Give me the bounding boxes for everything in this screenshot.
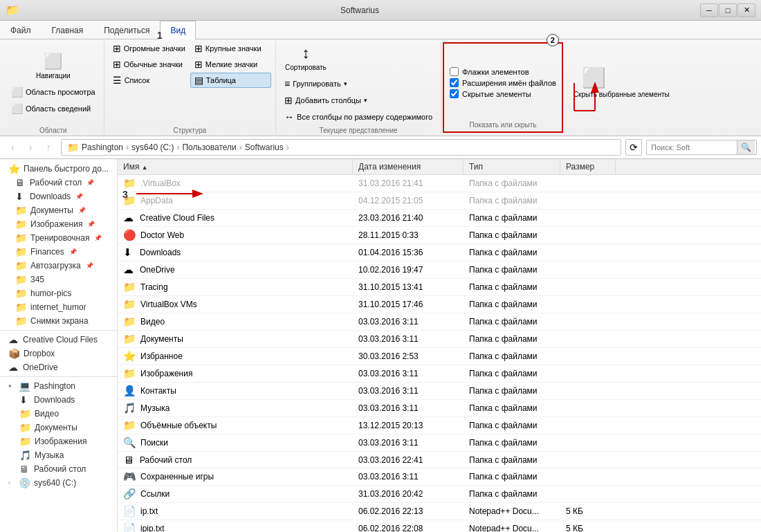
table-row[interactable]: 📁 .VirtualBox 31.03.2016 21:41 Папка с ф… xyxy=(118,175,761,192)
sidebar-screenshots[interactable]: 📁 Снимки экрана xyxy=(0,314,117,328)
sidebar-pash-desktop[interactable]: 🖥 Рабочий стол xyxy=(0,462,117,476)
table-row[interactable]: ☁ OneDrive 10.02.2016 19:47 Папка с файл… xyxy=(118,262,761,279)
pin-icon: 📌 xyxy=(86,179,94,186)
up-button[interactable]: ↑ xyxy=(40,139,57,156)
table-row[interactable]: 📁 Видео 03.03.2016 3:11 Папка с файлами xyxy=(118,313,761,331)
back-button[interactable]: ‹ xyxy=(4,139,21,156)
col-header-date[interactable]: Дата изменения xyxy=(353,159,464,174)
sidebar-pashington-downloads[interactable]: ⬇ Downloads xyxy=(0,393,117,407)
table-row[interactable]: 🎵 Музыка 03.03.2016 3:11 Папка с файлами xyxy=(118,400,761,417)
table-row[interactable]: 📁 VirtualBox VMs 31.10.2015 17:46 Папка … xyxy=(118,296,761,313)
refresh-button[interactable]: ⟳ xyxy=(625,139,642,156)
table-row[interactable]: 📁 Tracing 31.10.2015 13:41 Папка с файла… xyxy=(118,279,761,296)
tab-view[interactable]: Вид xyxy=(160,21,196,39)
tab-home[interactable]: Главная xyxy=(42,21,94,39)
creative-cloud-label: Creative Cloud Files xyxy=(23,335,98,345)
table-row[interactable]: 📁 Документы 03.03.2016 3:11 Папка с файл… xyxy=(118,331,761,348)
saved-games-icon: 🎮 xyxy=(123,470,136,483)
table-row[interactable]: ☁ Creative Cloud Files 23.03.2016 21:40 … xyxy=(118,210,761,227)
table-row[interactable]: 📁 Изображения 03.03.2016 3:11 Папка с фа… xyxy=(118,365,761,383)
table-row[interactable]: 👤 Контакты 03.03.2016 3:11 Папка с файла… xyxy=(118,383,761,400)
table-row[interactable]: ⭐ Избранное 30.03.2016 2:53 Папка с файл… xyxy=(118,348,761,365)
file-size xyxy=(560,389,616,393)
sidebar-music[interactable]: 🎵 Музыка xyxy=(0,448,117,462)
sidebar-dropbox[interactable]: 📦 Dropbox xyxy=(0,347,117,360)
small-icons-btn[interactable]: ⊞ Мелкие значки xyxy=(190,57,271,72)
tab-file[interactable]: Файл xyxy=(0,21,42,39)
file-size xyxy=(560,302,616,306)
group-button[interactable]: ≡ Группировать ▾ xyxy=(280,76,351,91)
sidebar-documents[interactable]: 📁 Документы 📌 xyxy=(0,203,117,217)
sidebar-quick-access[interactable]: ⭐ Панель быстрого до... xyxy=(0,162,117,176)
pash-downloads-label: Downloads xyxy=(34,395,75,405)
flags-checkbox[interactable] xyxy=(450,67,459,76)
txt-file-icon: 📄 xyxy=(123,505,136,517)
search-button[interactable]: 🔍 xyxy=(737,140,755,154)
fit-columns-button[interactable]: ↔ Все столбцы по размеру содержимого xyxy=(280,109,437,125)
file-name: VirtualBox VMs xyxy=(140,300,197,309)
large-icons-btn[interactable]: ⊞ Крупные значки xyxy=(190,41,271,56)
sidebar-video[interactable]: 📁 Видео xyxy=(0,407,117,421)
maximize-button[interactable]: □ xyxy=(719,3,737,17)
sidebar-internet-humor[interactable]: 📁 internet_humor xyxy=(0,300,117,314)
tab-share[interactable]: Поделиться xyxy=(93,21,160,39)
extensions-checkbox[interactable] xyxy=(450,78,459,87)
file-date: 31.03.2016 20:42 xyxy=(353,487,464,501)
table-row[interactable]: 📁 AppData 04.12.2015 21:05 Папка с файла… xyxy=(118,192,761,210)
medium-icons-btn[interactable]: ⊞ Обычные значки xyxy=(109,57,190,72)
search-input[interactable] xyxy=(647,141,737,154)
checkbox-hidden: Скрытые элементы xyxy=(450,89,531,98)
hidden-checkbox[interactable] xyxy=(450,89,459,98)
nav-pane-button[interactable]: ⬜ Навигации xyxy=(7,49,100,83)
sidebar-downloads[interactable]: ⬇ Downloads 📌 xyxy=(0,190,117,203)
close-button[interactable]: ✕ xyxy=(737,3,755,17)
sidebar-sys640[interactable]: › 💿 sys640 (C:) xyxy=(0,476,117,490)
sidebar-onedrive[interactable]: ☁ OneDrive xyxy=(0,360,117,374)
sidebar-images[interactable]: 📁 Изображения 📌 xyxy=(0,217,117,231)
nav-buttons: ‹ › ↑ xyxy=(4,139,57,156)
images-folder-icon: 📁 xyxy=(123,367,136,380)
list-view-btn[interactable]: ☰ Список xyxy=(109,73,190,88)
group-arrow-icon: ▾ xyxy=(344,80,347,87)
sidebar-pash-images[interactable]: 📁 Изображения xyxy=(0,434,117,448)
table-row[interactable]: 🎮 Сохраненные игры 03.03.2016 3:11 Папка… xyxy=(118,468,761,486)
table-row[interactable]: 📁 Объёмные объекты 13.12.2015 20:13 Папк… xyxy=(118,417,761,434)
col-header-type[interactable]: Тип xyxy=(464,159,560,174)
fit-columns-icon: ↔ xyxy=(284,111,294,122)
table-view-btn[interactable]: ▤ Таблица xyxy=(190,73,271,88)
sidebar-pash-docs[interactable]: 📁 Документы xyxy=(0,421,117,434)
sidebar-desktop[interactable]: 🖥 Рабочий стол 📌 xyxy=(0,176,117,190)
preview-pane-button[interactable]: ⬜ Область просмотра xyxy=(7,84,100,100)
sidebar-345[interactable]: 📁 345 xyxy=(0,273,117,286)
sidebar-training[interactable]: 📁 Тренировочная 📌 xyxy=(0,231,117,245)
address-path[interactable]: 📁 Pashington › sys640 (C:) › Пользовател… xyxy=(61,139,621,156)
sidebar-creative-cloud[interactable]: ☁ Creative Cloud Files xyxy=(0,333,117,347)
details-pane-button[interactable]: ⬜ Область сведений xyxy=(7,101,100,116)
table-row[interactable]: 🔴 Doctor Web 28.11.2015 0:33 Папка с фай… xyxy=(118,227,761,244)
annotation-2: 2 xyxy=(547,34,559,46)
huge-icons-label: Огромные значки xyxy=(124,44,185,53)
minimize-button[interactable]: ─ xyxy=(700,3,718,17)
sidebar-finances[interactable]: 📁 Finances 📌 xyxy=(0,245,117,259)
table-row[interactable]: ⬇ Downloads 01.04.2016 15:36 Папка с фай… xyxy=(118,244,761,262)
creative-cloud-icon: ☁ xyxy=(8,334,19,345)
autostart-icon: 📁 xyxy=(15,260,27,271)
sidebar-humor-pics[interactable]: 📁 humor-pics xyxy=(0,286,117,300)
forward-button[interactable]: › xyxy=(22,139,39,156)
file-name: ipip.txt xyxy=(140,524,165,532)
medium-icons-icon: ⊞ xyxy=(113,59,121,70)
col-header-size[interactable]: Размер xyxy=(560,159,616,174)
huge-icons-btn[interactable]: ⊞ Огромные значки xyxy=(109,41,190,56)
table-row[interactable]: 🔗 Ссылки 31.03.2016 20:42 Папка с файлам… xyxy=(118,486,761,503)
sidebar-pashington[interactable]: ▾ 💻 Pashington xyxy=(0,379,117,393)
table-row[interactable]: 🔍 Поиски 03.03.2016 3:11 Папка с файлами xyxy=(118,434,761,452)
table-row[interactable]: 📄 ip.txt 06.02.2016 22:13 Notepad++ Docu… xyxy=(118,503,761,520)
hide-selected-button[interactable]: ⬜ Скрыть выбранные элементы xyxy=(569,63,620,102)
table-row[interactable]: 📄 ipip.txt 06.02.2016 22:08 Notepad++ Do… xyxy=(118,520,761,532)
sort-button[interactable]: ↕ Сортировать xyxy=(280,41,331,75)
pin6-icon: 📌 xyxy=(69,248,77,255)
sidebar-autostart[interactable]: 📁 Автозагрузка 📌 xyxy=(0,259,117,273)
col-header-name[interactable]: Имя ▲ xyxy=(118,159,353,174)
table-row[interactable]: 🖥 Рабочий стол 03.03.2016 22:41 Папка с … xyxy=(118,452,761,468)
add-columns-button[interactable]: ⊞ Добавить столбцы ▾ xyxy=(280,93,372,108)
